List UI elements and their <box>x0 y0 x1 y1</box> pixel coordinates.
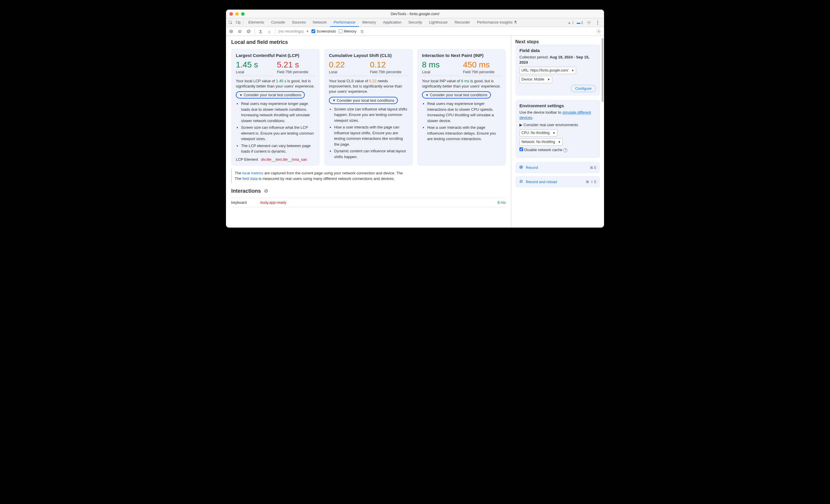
svg-rect-11 <box>361 31 363 33</box>
svg-line-10 <box>248 30 250 33</box>
cpu-throttle-select[interactable]: CPU: No throttling▼ <box>519 129 557 137</box>
local-metrics-link[interactable]: local metrics <box>242 171 263 175</box>
cls-bullets: Screen size can influence what layout sh… <box>329 106 408 160</box>
tab-elements[interactable]: Elements <box>245 18 267 27</box>
inp-local-value: 8 ms <box>422 61 460 69</box>
tab-sources[interactable]: Sources <box>288 18 310 27</box>
memory-checkbox[interactable]: Memory <box>339 29 356 33</box>
titlebar: DevTools - fonts.google.com/ <box>226 9 604 18</box>
tab-console[interactable]: Console <box>267 18 288 27</box>
svg-rect-2 <box>239 22 240 24</box>
tab-performance[interactable]: Performance <box>330 18 359 27</box>
configure-button[interactable]: Configure <box>571 85 596 92</box>
lcp-card: Largest Contentful Paint (LCP) 1.45 s Lo… <box>231 49 320 166</box>
tab-memory[interactable]: Memory <box>359 18 380 27</box>
tab-security[interactable]: Security <box>405 18 425 27</box>
url-select[interactable]: URL: https://fonts.google.com/▼ <box>519 67 576 74</box>
device-select[interactable]: Device: Mobile▼ <box>519 76 552 83</box>
main-pane: Local and field metrics Largest Contentf… <box>226 36 511 228</box>
reload-icon[interactable] <box>237 29 243 34</box>
side-pane: Next steps Field data Collection period:… <box>511 36 604 228</box>
upload-icon[interactable] <box>258 29 263 34</box>
chevron-down-icon: ▼ <box>558 140 561 144</box>
disclosure-open-icon: ▼ <box>332 99 336 102</box>
inp-disclosure[interactable]: ▼Consider your local test conditions <box>422 91 491 99</box>
settings-icon[interactable] <box>586 20 592 26</box>
warnings-badge[interactable]: ▲1 <box>568 21 574 25</box>
panel-settings-icon[interactable] <box>596 29 602 34</box>
env-disclosure[interactable]: ▶Consider real user environments <box>519 123 596 127</box>
close-icon[interactable] <box>229 12 233 16</box>
clear-interactions-icon[interactable] <box>263 188 269 194</box>
inp-card: Interaction to Next Paint (INP) 8 ms Loc… <box>417 49 506 166</box>
inp-description: Your local INP value of 8 ms is good, bu… <box>422 78 501 89</box>
chevron-down-icon: ▼ <box>547 78 550 82</box>
interactions-heading: Interactions <box>231 188 506 194</box>
lcp-description: Your local LCP value of 1.45 s is good, … <box>236 78 315 89</box>
minimize-icon[interactable] <box>235 12 239 16</box>
clear-icon[interactable] <box>246 29 252 34</box>
interaction-time: 8 ms <box>498 200 506 205</box>
tab-lighthouse[interactable]: Lighthouse <box>425 18 451 27</box>
svg-point-8 <box>231 31 232 32</box>
lcp-bullets: Real users may experience longer page lo… <box>236 101 315 154</box>
message-icon: ▬ <box>577 21 580 25</box>
next-steps-heading: Next steps <box>515 39 600 44</box>
more-icon[interactable] <box>595 20 601 26</box>
cls-disclosure[interactable]: ▼Consider your local test conditions <box>329 97 398 104</box>
network-throttle-select[interactable]: Network: No throttling▼ <box>519 138 563 146</box>
record-action[interactable]: Record ⌘ E <box>515 162 600 173</box>
gc-icon[interactable] <box>359 29 365 34</box>
metrics-heading: Local and field metrics <box>231 39 506 45</box>
performance-toolbar: (no recordings) ▾ Screenshots Memory <box>226 27 604 36</box>
window-title: DevTools - fonts.google.com/ <box>226 12 604 16</box>
field-data-card: Field data Collection period: Aug 19, 20… <box>515 44 600 96</box>
interaction-target[interactable]: body.app-ready <box>260 200 498 205</box>
svg-point-6 <box>597 24 598 25</box>
svg-rect-1 <box>236 21 239 23</box>
tab-recorder[interactable]: Recorder <box>451 18 474 27</box>
tab-application[interactable]: Application <box>380 18 405 27</box>
disable-cache-checkbox[interactable]: Disable network cache <box>519 148 562 152</box>
devtools-tabbar: Elements Console Sources Network Perform… <box>226 18 604 27</box>
disclosure-open-icon: ▼ <box>240 93 243 97</box>
recordings-dropdown[interactable]: (no recordings) <box>278 29 304 33</box>
tab-performance-insights[interactable]: Performance insights ⚗ <box>474 18 520 27</box>
cls-description: Your local CLS value of 0.22 needs impro… <box>329 78 408 95</box>
flask-icon: ⚗ <box>514 20 517 25</box>
tab-network[interactable]: Network <box>310 18 330 27</box>
device-toolbar-icon[interactable] <box>235 20 241 26</box>
svg-point-12 <box>598 31 599 32</box>
scrollbar[interactable] <box>602 38 603 102</box>
environment-card: Environment settings Use the device tool… <box>515 100 600 158</box>
lcp-element-selector[interactable]: div.tile__text.tile__inria_san <box>261 157 307 162</box>
cls-local-value: 0.22 <box>329 61 367 69</box>
download-icon[interactable] <box>266 29 272 34</box>
reload-icon <box>519 179 523 184</box>
screenshots-checkbox[interactable]: Screenshots <box>312 29 336 33</box>
svg-point-3 <box>588 22 589 23</box>
maximize-icon[interactable] <box>241 12 245 16</box>
cls-title: Cumulative Layout Shift (CLS) <box>329 53 408 58</box>
lcp-field-value: 5.21 s <box>277 61 315 69</box>
lcp-disclosure[interactable]: ▼Consider your local test conditions <box>236 91 305 99</box>
disclosure-closed-icon: ▶ <box>519 123 522 127</box>
svg-line-14 <box>265 190 267 192</box>
field-data-link[interactable]: field data <box>242 176 258 181</box>
svg-point-4 <box>597 21 598 22</box>
svg-point-5 <box>597 22 598 23</box>
messages-badge[interactable]: ▬2 <box>577 21 583 25</box>
record-reload-action[interactable]: Record and reload ⌘ ⇧ E <box>515 176 600 188</box>
warning-icon: ▲ <box>568 21 571 25</box>
cls-card: Cumulative Layout Shift (CLS) 0.22 Local… <box>324 49 413 166</box>
cls-field-value: 0.12 <box>370 61 408 69</box>
inp-field-value: 450 ms <box>463 61 501 69</box>
inspect-icon[interactable] <box>228 20 233 26</box>
record-icon[interactable] <box>228 29 234 34</box>
help-icon[interactable]: ? <box>563 148 567 152</box>
inp-bullets: Real users may experience longer interac… <box>422 101 501 142</box>
lcp-element-row: LCP Element div.tile__text.tile__inria_s… <box>236 157 315 162</box>
chevron-down-icon[interactable]: ▾ <box>307 29 309 33</box>
interaction-row[interactable]: keyboard body.app-ready 8 ms <box>231 198 506 207</box>
svg-point-16 <box>520 167 522 168</box>
